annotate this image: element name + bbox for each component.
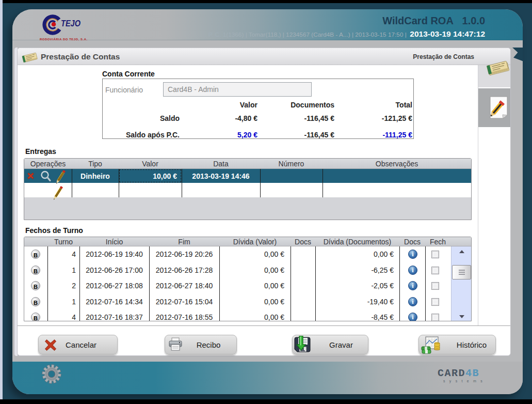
svg-text:TEJO: TEJO bbox=[61, 19, 80, 28]
